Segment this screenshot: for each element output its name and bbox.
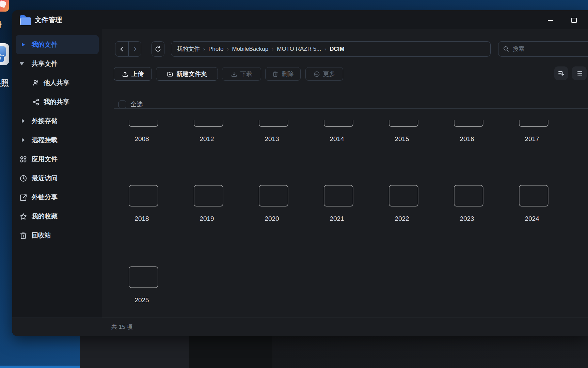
sidebar-item-favorites[interactable]: 我的收藏 [12,207,102,226]
select-all-row: 全选 [118,100,143,108]
sidebar-item-my-shares[interactable]: 我的共享 [12,92,102,111]
folder-item-2015[interactable]: 2015 [369,120,434,143]
folder-icon [450,178,483,206]
new-folder-icon [167,71,173,77]
sidebar-item-external-links[interactable]: 外链分享 [12,188,102,207]
folder-item-2012[interactable]: 2012 [174,120,239,143]
folder-name: 2015 [395,135,409,143]
chevron-right-icon [22,43,25,47]
folder-icon [255,120,288,127]
select-all-label: 全选 [130,100,143,108]
folder-icon [125,120,158,127]
breadcrumb-dcim[interactable]: DCIM [330,46,344,52]
folder-item-2014[interactable]: 2014 [304,120,369,143]
search-icon [503,46,509,52]
folder-item-2019[interactable]: 2019 [174,178,239,223]
folder-icon [125,178,158,206]
item-count: 共 15 项 [111,318,132,336]
folder-item-2021[interactable]: 2021 [304,178,369,223]
folder-item-2020[interactable]: 2020 [239,178,304,223]
share-nodes-icon [32,98,40,106]
delete-button[interactable]: 删除 [265,67,301,81]
download-button[interactable]: 下载 [222,67,261,81]
sidebar-item-recent[interactable]: 最近访问 [12,169,102,188]
folder-row: 2018201920202021202220232024 [109,178,565,223]
folder-name: 2018 [134,215,149,223]
grid-divider [114,108,588,109]
breadcrumb-moto-razr[interactable]: MOTO RAZR 5... [277,46,321,52]
file-manager-window: 文件管理 我的文件 共享文件 他人共享 [12,10,588,336]
breadcrumb-photo[interactable]: Photo [208,46,223,52]
content-area: 我的文件 › Photo › MobileBackup › MOTO RAZR … [102,29,588,318]
trash-icon [272,71,279,77]
sidebar-item-my-files[interactable]: 我的文件 [16,35,99,54]
back-button[interactable] [115,42,128,56]
upload-button[interactable]: 上传 [114,67,152,81]
folder-icon [320,178,353,206]
minimize-button[interactable] [548,20,553,21]
folder-item-2024[interactable]: 2024 [499,178,565,223]
folder-item-2025[interactable]: 2025 [109,259,174,304]
status-bar: 共 15 项 [12,318,588,336]
breadcrumb-mobilebackup[interactable]: MobileBackup [232,46,268,52]
select-all-checkbox[interactable] [118,101,126,108]
folder-row: 2025 [109,259,174,304]
sidebar: 我的文件 共享文件 他人共享 我的共享 [12,29,102,318]
folder-icon [190,120,223,127]
screen: 册 快照 文件管理 我的文件 [0,0,588,368]
sidebar-item-remote-mount[interactable]: 远程挂载 [12,131,102,150]
star-icon [19,213,27,220]
view-mode-button[interactable] [572,66,587,80]
sort-button[interactable] [554,66,568,80]
new-folder-button[interactable]: 新建文件夹 [156,67,218,81]
folder-item-2013[interactable]: 2013 [239,120,304,143]
folder-icon [125,259,158,288]
desktop-album-label: 册 [0,19,2,30]
refresh-button[interactable] [152,41,164,57]
sidebar-item-shared-by-others[interactable]: 他人共享 [12,73,102,92]
person-icon [32,79,40,87]
desktop-snapshot-app-icon[interactable] [0,43,9,65]
search-input[interactable] [513,46,571,52]
desktop-snapshot-label: 快照 [0,78,9,88]
upload-icon [122,71,128,77]
folder-icon [255,178,288,206]
maximize-button[interactable] [571,18,577,23]
search-box [498,41,588,57]
list-view-icon [576,70,583,77]
history-nav [115,41,141,57]
sidebar-item-recycle-bin[interactable]: 回收站 [12,226,102,245]
more-circle-icon [314,71,320,77]
folder-item-2023[interactable]: 2023 [434,178,499,223]
chevron-down-icon [20,62,24,65]
breadcrumb-separator: › [227,46,228,52]
sort-icon [558,70,565,77]
folder-icon [385,120,418,127]
folder-item-2018[interactable]: 2018 [109,178,174,223]
sidebar-item-shared-files[interactable]: 共享文件 [12,54,102,73]
sidebar-item-app-files[interactable]: 应用文件 [12,150,102,169]
chevron-right-icon [132,46,138,52]
sidebar-item-external-storage[interactable]: 外接存储 [12,111,102,131]
folder-item-2008[interactable]: 2008 [109,120,174,143]
refresh-icon [155,46,161,52]
folder-item-2016[interactable]: 2016 [434,120,499,143]
folder-item-2022[interactable]: 2022 [369,178,434,223]
desktop-album-app-icon[interactable] [0,0,9,12]
folder-item-2017[interactable]: 2017 [499,120,565,143]
taskbar-accent-strip [0,366,80,368]
folder-name: 2014 [330,135,344,143]
forward-button[interactable] [128,42,141,56]
breadcrumb-separator: › [272,46,273,52]
trash-icon [19,232,27,240]
folder-name: 2008 [134,135,149,143]
background-window-panel [189,336,272,368]
folder-name: 2013 [265,135,279,143]
more-button[interactable]: 更多 [305,67,343,81]
download-icon [231,71,237,77]
folder-icon [385,178,418,206]
breadcrumb-my-files[interactable]: 我的文件 [177,45,200,53]
camera-icon [0,55,4,62]
folder-icon [515,120,549,127]
folder-row: 2008201220132014201520162017 [109,120,565,143]
